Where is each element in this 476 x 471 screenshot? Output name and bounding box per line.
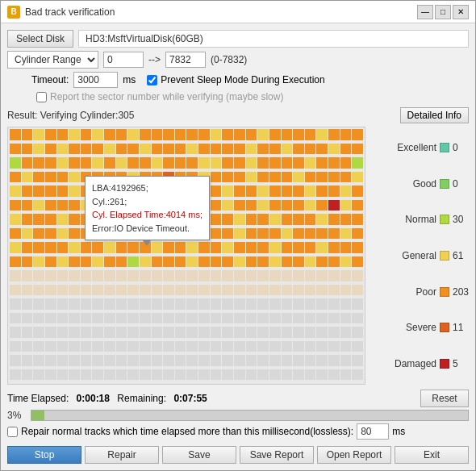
grid-cell[interactable] — [269, 270, 281, 281]
grid-cell[interactable] — [175, 341, 186, 352]
grid-cell[interactable] — [211, 341, 222, 352]
grid-cell[interactable] — [22, 341, 33, 352]
grid-cell[interactable] — [328, 214, 340, 225]
grid-cell[interactable] — [352, 298, 363, 310]
grid-cell[interactable] — [33, 327, 44, 338]
grid-cell[interactable] — [186, 313, 198, 324]
grid-cell[interactable] — [45, 369, 56, 381]
grid-cell[interactable] — [69, 242, 80, 253]
grid-cell[interactable] — [33, 144, 44, 155]
grid-cell[interactable] — [328, 285, 340, 296]
grid-cell[interactable] — [340, 214, 352, 225]
grid-cell[interactable] — [152, 285, 163, 296]
grid-cell[interactable] — [246, 144, 257, 155]
grid-cell[interactable] — [104, 327, 115, 338]
sector-report-checkbox[interactable] — [36, 92, 47, 102]
grid-cell[interactable] — [328, 129, 340, 140]
repair-ms-input[interactable] — [357, 423, 389, 440]
grid-cell[interactable] — [305, 200, 316, 211]
grid-cell[interactable] — [33, 242, 44, 253]
grid-cell[interactable] — [127, 298, 139, 310]
grid-cell[interactable] — [269, 129, 281, 140]
grid-cell[interactable] — [282, 270, 293, 281]
grid-cell[interactable] — [211, 157, 222, 169]
grid-cell[interactable] — [104, 341, 115, 352]
grid-cell[interactable] — [22, 172, 33, 183]
grid-cell[interactable] — [116, 242, 127, 253]
grid-cell[interactable] — [163, 355, 174, 366]
grid-cell[interactable] — [234, 157, 245, 169]
grid-cell[interactable] — [69, 369, 80, 381]
grid-cell[interactable] — [340, 313, 352, 324]
open-report-button[interactable]: Open Report — [317, 446, 391, 464]
grid-cell[interactable] — [340, 144, 352, 155]
grid-cell[interactable] — [33, 214, 44, 225]
grid-cell[interactable] — [352, 185, 363, 197]
grid-cell[interactable] — [33, 157, 44, 169]
grid-cell[interactable] — [104, 355, 115, 366]
grid-cell[interactable] — [175, 144, 186, 155]
grid-cell[interactable] — [328, 200, 340, 211]
grid-cell[interactable] — [69, 129, 80, 140]
grid-cell[interactable] — [69, 298, 80, 310]
grid-cell[interactable] — [340, 298, 352, 310]
grid-cell[interactable] — [222, 157, 233, 169]
grid-cell[interactable] — [92, 242, 103, 253]
grid-cell[interactable] — [22, 355, 33, 366]
grid-cell[interactable] — [234, 185, 245, 197]
grid-cell[interactable] — [352, 270, 363, 281]
grid-cell[interactable] — [282, 327, 293, 338]
grid-cell[interactable] — [186, 242, 198, 253]
grid-cell[interactable] — [57, 369, 69, 381]
grid-cell[interactable] — [10, 355, 21, 366]
grid-cell[interactable] — [340, 369, 352, 381]
repair-checkbox[interactable] — [7, 427, 18, 437]
grid-cell[interactable] — [163, 341, 174, 352]
grid-cell[interactable] — [198, 256, 210, 268]
grid-cell[interactable] — [328, 327, 340, 338]
detailed-info-button[interactable]: Detailed Info — [400, 107, 469, 123]
save-report-button[interactable]: Save Report — [240, 446, 314, 464]
grid-cell[interactable] — [234, 129, 245, 140]
repair-button[interactable]: Repair — [85, 446, 159, 464]
grid-cell[interactable] — [186, 285, 198, 296]
grid-cell[interactable] — [222, 256, 233, 268]
grid-cell[interactable] — [57, 341, 69, 352]
grid-cell[interactable] — [33, 185, 44, 197]
grid-cell[interactable] — [282, 157, 293, 169]
grid-cell[interactable] — [33, 129, 44, 140]
grid-cell[interactable] — [222, 355, 233, 366]
grid-cell[interactable] — [163, 256, 174, 268]
grid-cell[interactable] — [305, 298, 316, 310]
grid-cell[interactable] — [163, 327, 174, 338]
grid-cell[interactable] — [305, 369, 316, 381]
grid-cell[interactable] — [246, 327, 257, 338]
grid-cell[interactable] — [127, 144, 139, 155]
grid-cell[interactable] — [246, 341, 257, 352]
grid-cell[interactable] — [282, 313, 293, 324]
grid-cell[interactable] — [81, 129, 92, 140]
grid-cell[interactable] — [198, 157, 210, 169]
grid-cell[interactable] — [352, 144, 363, 155]
grid-cell[interactable] — [316, 341, 328, 352]
grid-cell[interactable] — [198, 369, 210, 381]
grid-cell[interactable] — [211, 285, 222, 296]
grid-cell[interactable] — [246, 172, 257, 183]
grid-cell[interactable] — [222, 185, 233, 197]
grid-cell[interactable] — [198, 355, 210, 366]
grid-cell[interactable] — [81, 285, 92, 296]
grid-cell[interactable] — [269, 298, 281, 310]
grid-cell[interactable] — [328, 341, 340, 352]
grid-cell[interactable] — [222, 242, 233, 253]
grid-cell[interactable] — [222, 214, 233, 225]
grid-cell[interactable] — [92, 298, 103, 310]
grid-cell[interactable] — [328, 256, 340, 268]
grid-cell[interactable] — [234, 200, 245, 211]
grid-cell[interactable] — [186, 144, 198, 155]
grid-cell[interactable] — [175, 129, 186, 140]
grid-cell[interactable] — [352, 285, 363, 296]
grid-cell[interactable] — [305, 285, 316, 296]
grid-cell[interactable] — [282, 341, 293, 352]
grid-cell[interactable] — [257, 327, 269, 338]
grid-cell[interactable] — [92, 144, 103, 155]
